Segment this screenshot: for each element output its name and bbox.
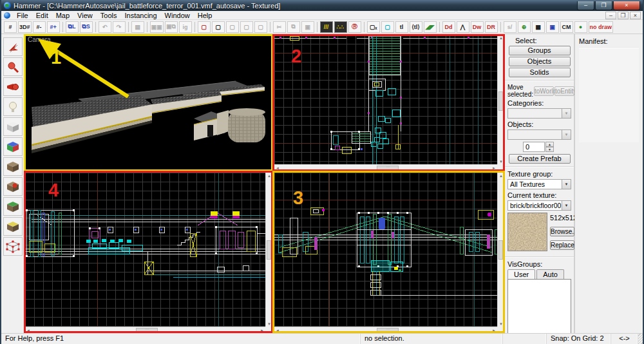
to-entity-button[interactable]: toEntity: [554, 86, 574, 96]
texture-scale-lock-button[interactable]: ∴∴: [334, 21, 347, 33]
prefab-count-input[interactable]: 0: [523, 142, 545, 152]
undo-button[interactable]: ↶: [99, 21, 111, 33]
apply-current-texture-tool-button[interactable]: [3, 157, 23, 176]
visgroups-tab[interactable]: Auto: [536, 269, 564, 279]
display-radius-button[interactable]: DR: [485, 21, 498, 33]
create-prefab-button[interactable]: Create Prefab: [509, 154, 571, 164]
visgroups-tab[interactable]: User: [507, 269, 535, 279]
toolbar-separator: [194, 22, 195, 32]
paste-button[interactable]: ▣: [301, 21, 314, 33]
menu-item[interactable]: Help: [194, 11, 216, 20]
close-button[interactable]: ×: [613, 1, 640, 10]
smartedit-button[interactable]: s/: [504, 21, 516, 33]
horizontal-scrollbar[interactable]: ◄►: [25, 327, 265, 333]
magnify-selection-button[interactable]: ▢: [381, 21, 394, 33]
model-fade-button[interactable]: ▣: [546, 21, 559, 33]
resize-grip[interactable]: [638, 334, 643, 344]
viewport-2d-side[interactable]: ▲▼ ◄►: [25, 173, 272, 333]
scaling-texture-lock-tl-button[interactable]: ⟨tl⟩: [410, 21, 422, 33]
cordon-aux-1-button[interactable]: ▢: [226, 21, 239, 33]
menu-item[interactable]: View: [73, 11, 97, 20]
toggle-3d-grid-button[interactable]: 3D#: [18, 21, 32, 33]
fade-preview-button[interactable]: ▦: [532, 21, 545, 33]
vertex-tool-button[interactable]: [3, 237, 23, 256]
camera-tool-button[interactable]: [3, 77, 23, 96]
run-map-button[interactable]: ⊕: [518, 21, 531, 33]
carve-button[interactable]: ◢◤: [424, 21, 437, 33]
entity-tool-button[interactable]: [3, 97, 23, 116]
vertical-scrollbar[interactable]: ▲▼: [265, 173, 272, 327]
vertical-scrollbar[interactable]: ▲▼: [497, 173, 504, 327]
maximize-button[interactable]: ❐: [595, 1, 612, 10]
objects-dropdown[interactable]: ▼: [507, 129, 571, 140]
radius-culling-button[interactable]: Ⓡ: [348, 21, 361, 33]
prefab-count-stepper[interactable]: ▲ ▼: [545, 142, 554, 152]
cut-button[interactable]: ✂: [273, 21, 286, 33]
manifest-list[interactable]: [579, 47, 639, 142]
select-objects-button[interactable]: Objects: [509, 57, 571, 66]
block-tool-button[interactable]: [3, 117, 23, 136]
viewport-2d-front[interactable]: ▲▼ ◄►: [274, 173, 504, 333]
menu-item[interactable]: Edit: [32, 11, 52, 20]
object-properties-button[interactable]: ▤: [131, 21, 144, 33]
menu-bar: FileEditMapViewToolsInstancingWindowHelp: [1, 11, 643, 20]
toggle-cordon-button[interactable]: ▢: [212, 21, 225, 33]
selection-tool-button[interactable]: [3, 37, 23, 56]
texture-application-tool-button[interactable]: [3, 137, 23, 156]
menu-item[interactable]: Instancing: [120, 11, 160, 20]
viewport-3d-camera[interactable]: Camera: [25, 35, 272, 171]
mdi-restore-button[interactable]: ❐: [618, 12, 629, 19]
current-texture-dropdown[interactable]: brick/brickfloor001a▼: [507, 200, 571, 211]
menu-item[interactable]: Tools: [97, 11, 121, 20]
nodraw-toggle-button[interactable]: no draw: [589, 21, 614, 33]
viewport-2d-top[interactable]: ▲▼ ◄►: [274, 35, 504, 171]
vertical-scrollbar[interactable]: ▲▼: [497, 35, 504, 164]
select-solids-button[interactable]: Solids: [509, 68, 571, 77]
copy-button[interactable]: ⧉: [287, 21, 300, 33]
clipping-tool-button[interactable]: [3, 217, 23, 236]
horizontal-scrollbar[interactable]: ◄►: [274, 327, 497, 333]
menu-item[interactable]: Map: [52, 11, 73, 20]
save-window-state-button[interactable]: ⧉S: [80, 21, 93, 33]
replace-button[interactable]: Replace...: [550, 240, 574, 250]
toggle-grid-button[interactable]: #: [4, 21, 17, 33]
larger-grid-button[interactable]: #+: [47, 21, 60, 33]
magnify-tool-button[interactable]: [3, 57, 23, 76]
apply-decals-tool-button[interactable]: [3, 177, 23, 196]
2d-top-drawing: [274, 35, 497, 164]
stepper-down-icon[interactable]: ▼: [545, 147, 554, 152]
vis-preview-button[interactable]: ●: [574, 21, 587, 33]
display-wireframe-button[interactable]: Dw: [471, 21, 484, 33]
cordon-aux-2-button[interactable]: ▢: [240, 21, 253, 33]
texture-lock-tl-button[interactable]: tl: [395, 21, 408, 33]
overlay-tool-button[interactable]: [3, 197, 23, 216]
browse-button[interactable]: Browse...: [550, 227, 574, 236]
menu-item[interactable]: Window: [161, 11, 194, 20]
select-groups-button[interactable]: Groups: [509, 46, 571, 55]
toggle-group-ignore-button[interactable]: ig: [179, 21, 192, 33]
display-detail-button[interactable]: Dd: [442, 21, 455, 33]
toolbar-separator: [364, 22, 365, 32]
texture-group-dropdown[interactable]: All Textures▼: [507, 179, 571, 189]
select-mode-box-button[interactable]: ▢ₓ: [367, 21, 380, 33]
mdi-minimize-button[interactable]: –: [605, 12, 616, 19]
redo-button[interactable]: ↷: [113, 21, 126, 33]
horizontal-scrollbar[interactable]: ◄►: [274, 164, 497, 171]
categories-dropdown[interactable]: ▼: [507, 108, 571, 119]
texture-lock-button[interactable]: ///: [320, 21, 333, 33]
menu-item[interactable]: File: [13, 11, 32, 20]
minimize-button[interactable]: –: [577, 1, 594, 10]
toolbar-separator: [128, 22, 129, 32]
mdi-close-button[interactable]: ×: [630, 12, 641, 19]
group-button[interactable]: ▣▣: [150, 21, 164, 33]
smaller-grid-button[interactable]: #-: [33, 21, 46, 33]
cm-toggle-button[interactable]: CM: [560, 21, 573, 33]
to-world-button[interactable]: toWorld: [534, 86, 554, 96]
cordon-aux-3-button[interactable]: ▢: [254, 21, 267, 33]
ungroup-button[interactable]: ▣⧉: [165, 21, 178, 33]
edit-cordon-bounds-button[interactable]: ▢: [198, 21, 211, 33]
stepper-up-icon[interactable]: ▲: [545, 142, 554, 147]
select-label: Select:: [515, 37, 571, 44]
path-tool-button[interactable]: ⋀: [457, 21, 469, 33]
load-window-state-button[interactable]: ⧉L: [66, 21, 79, 33]
